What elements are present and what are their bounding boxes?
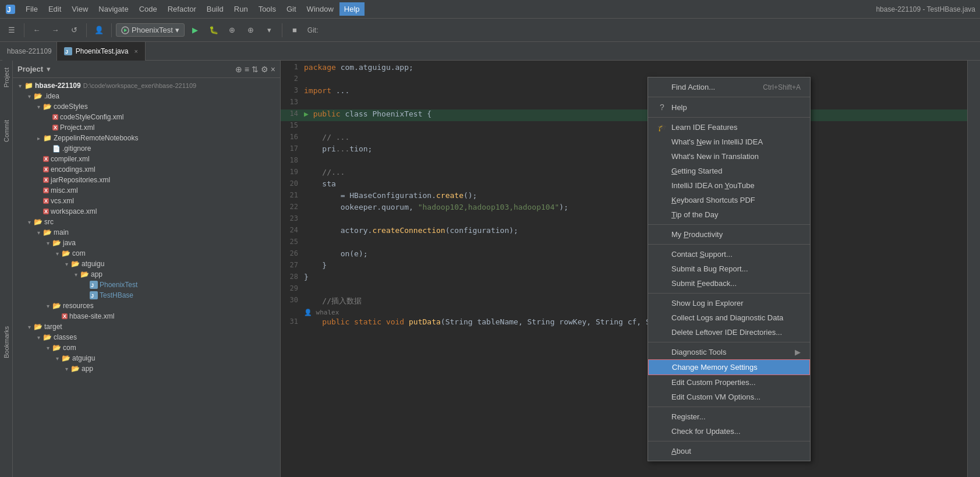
menu-tip[interactable]: Tip of the Day	[648, 207, 810, 222]
sidebar-bookmarks-toggle[interactable]: Bookmarks	[3, 321, 10, 363]
list-item[interactable]: 📄 .gitignore	[13, 143, 280, 154]
menu-navigate[interactable]: Navigate	[94, 2, 133, 16]
menu-submit-feedback[interactable]: Submit Feedback...	[648, 276, 810, 291]
menu-view[interactable]: View	[67, 2, 93, 16]
menu-refactor[interactable]: Refactor	[163, 2, 201, 16]
code-editor[interactable]: 1 package com.atguigu.app; 2 3 import ..…	[281, 61, 967, 477]
menu-code[interactable]: Code	[135, 2, 162, 16]
diagnostic-label: Diagnostic Tools	[671, 348, 726, 356]
menu-my-productivity[interactable]: My Productivity	[648, 227, 810, 242]
menu-register[interactable]: Register...	[648, 409, 810, 424]
menu-whats-new-translation[interactable]: What's New in Translation	[648, 149, 810, 164]
toolbar-forward[interactable]: →	[47, 22, 63, 38]
list-item[interactable]: ▾ 📂 codeStyles	[13, 101, 280, 112]
toolbar-sep1	[24, 23, 24, 37]
list-item[interactable]: ▾ 📂 app	[13, 269, 280, 280]
list-item[interactable]: ▾ 📂 .idea	[13, 91, 280, 101]
toolbar-back[interactable]: ←	[29, 22, 45, 38]
menu-delete-leftover[interactable]: Delete Leftover IDE Directories...	[648, 325, 810, 340]
toolbar-run[interactable]: ▶	[187, 22, 203, 38]
target-app-label: app	[82, 365, 93, 373]
menu-edit-custom-props[interactable]: Edit Custom Properties...	[648, 375, 810, 390]
list-item[interactable]: ▾ 📂 resources	[13, 301, 280, 311]
list-item[interactable]: ▾ 📂 main	[13, 227, 280, 238]
code-line-26: 26 on(e);	[281, 249, 967, 261]
toolbar-menu-btn[interactable]: ☰	[3, 22, 20, 38]
menu-find-action[interactable]: Find Action... Ctrl+Shift+A	[648, 80, 810, 94]
src-folder-icon: 📂	[34, 218, 43, 226]
menu-keyboard[interactable]: Keyboard Shortcuts PDF	[648, 193, 810, 207]
list-item[interactable]: X jarRepositories.xml	[13, 175, 280, 185]
menu-collect-logs[interactable]: Collect Logs and Diagnostic Data	[648, 310, 810, 325]
panel-title: Project	[17, 65, 43, 73]
tab-close[interactable]: ×	[134, 48, 137, 55]
testhbase-label: TestHBase	[100, 291, 133, 299]
menu-run[interactable]: Run	[229, 2, 253, 16]
list-item[interactable]: ▾ 📂 classes	[13, 332, 280, 342]
list-item[interactable]: X hbase-site.xml	[13, 311, 280, 321]
menu-check-updates[interactable]: Check for Updates...	[648, 424, 810, 439]
panel-settings-icon[interactable]: ⚙	[261, 65, 268, 74]
sidebar-project-toggle[interactable]: Project	[3, 63, 10, 92]
menu-submit-bug[interactable]: Submit a Bug Report...	[648, 262, 810, 276]
menu-youtube[interactable]: IntelliJ IDEA on YouTube	[648, 178, 810, 193]
zeppelin-label: ZeppelinRemoteNotebooks	[54, 134, 138, 142]
menu-tools[interactable]: Tools	[254, 2, 281, 16]
toolbar-refresh[interactable]: ↺	[66, 22, 82, 38]
list-item[interactable]: ▾ 📂 target	[13, 321, 280, 332]
menu-contact-support[interactable]: Contact Support...	[648, 247, 810, 262]
gitignore-icon: 📄	[52, 145, 61, 153]
list-item[interactable]: ▾ 📂 com	[13, 248, 280, 259]
panel-close-icon[interactable]: ×	[271, 65, 275, 74]
menu-change-memory[interactable]: Change Memory Settings	[648, 359, 810, 375]
menu-learn-ide[interactable]: 🎓 Learn IDE Features	[648, 120, 810, 135]
list-item[interactable]: X misc.xml	[13, 185, 280, 196]
menu-window[interactable]: Window	[302, 2, 338, 16]
list-item[interactable]: ▾ 📂 src	[13, 217, 280, 227]
menu-help[interactable]: Help	[339, 2, 365, 16]
list-item[interactable]: X workspace.xml	[13, 206, 280, 217]
list-item[interactable]: X codeStyleConfig.xml	[13, 112, 280, 122]
tree-root[interactable]: ▾ 📁 hbase-221109 D:\code\workspace_exer\…	[13, 80, 280, 91]
toolbar-stop[interactable]: ■	[286, 22, 303, 38]
menu-diagnostic-tools[interactable]: Diagnostic Tools ▶	[648, 345, 810, 359]
list-item[interactable]: X Project.xml	[13, 122, 280, 133]
list-item[interactable]: ▸ 📁 ZeppelinRemoteNotebooks	[13, 133, 280, 143]
window-title: hbase-221109 - TestHBase.java	[876, 5, 975, 13]
toolbar-vcs[interactable]: 👤	[91, 22, 107, 38]
menu-show-log[interactable]: Show Log in Explorer	[648, 296, 810, 310]
list-item[interactable]: X encodings.xml	[13, 164, 280, 175]
list-item[interactable]: ▾ 📂 atguigu	[13, 259, 280, 269]
toolbar-profile[interactable]: ⊕	[243, 22, 259, 38]
list-item[interactable]: ▾ 📂 atguigu	[13, 353, 280, 363]
toolbar-more-run[interactable]: ▾	[261, 22, 278, 38]
panel-expand-icon[interactable]: ⇅	[252, 65, 259, 74]
panel-add-icon[interactable]: ⊕	[235, 65, 242, 74]
list-item[interactable]: J PhoenixTest	[13, 280, 280, 290]
menu-sep-2	[648, 117, 810, 118]
list-item[interactable]: X compiler.xml	[13, 154, 280, 164]
menu-edit-custom-vm[interactable]: Edit Custom VM Options...	[648, 390, 810, 404]
menu-build[interactable]: Build	[202, 2, 228, 16]
toolbar-coverage[interactable]: ⊕	[224, 22, 240, 38]
menu-git[interactable]: Git	[282, 2, 301, 16]
menu-edit[interactable]: Edit	[44, 2, 66, 16]
sidebar-commit-toggle[interactable]: Commit	[3, 115, 10, 147]
list-item[interactable]: ▾ 📂 app	[13, 363, 280, 374]
list-item[interactable]: ▾ 📂 java	[13, 238, 280, 248]
menu-help[interactable]: ? Help	[648, 100, 810, 115]
list-item[interactable]: J TestHBase	[13, 290, 280, 301]
run-config-dropdown[interactable]: PhoenixTest ▾	[116, 23, 185, 37]
tab-phoenixtest[interactable]: J PhoenixTest.java ×	[57, 42, 146, 61]
panel-collapse-icon[interactable]: ≡	[245, 65, 249, 74]
toolbar-debug[interactable]: 🐛	[206, 22, 222, 38]
menu-getting-started[interactable]: Getting Started	[648, 164, 810, 178]
menu-file[interactable]: File	[21, 2, 43, 16]
encodings-icon: X	[43, 167, 49, 172]
hbase-site-label: hbase-site.xml	[69, 312, 114, 320]
menu-about[interactable]: About	[648, 444, 810, 458]
title-bar: J File Edit View Navigate Code Refactor …	[0, 0, 980, 19]
list-item[interactable]: ▾ 📂 com	[13, 342, 280, 353]
menu-whats-new-idea[interactable]: What's New in IntelliJ IDEA	[648, 135, 810, 149]
list-item[interactable]: X vcs.xml	[13, 196, 280, 206]
